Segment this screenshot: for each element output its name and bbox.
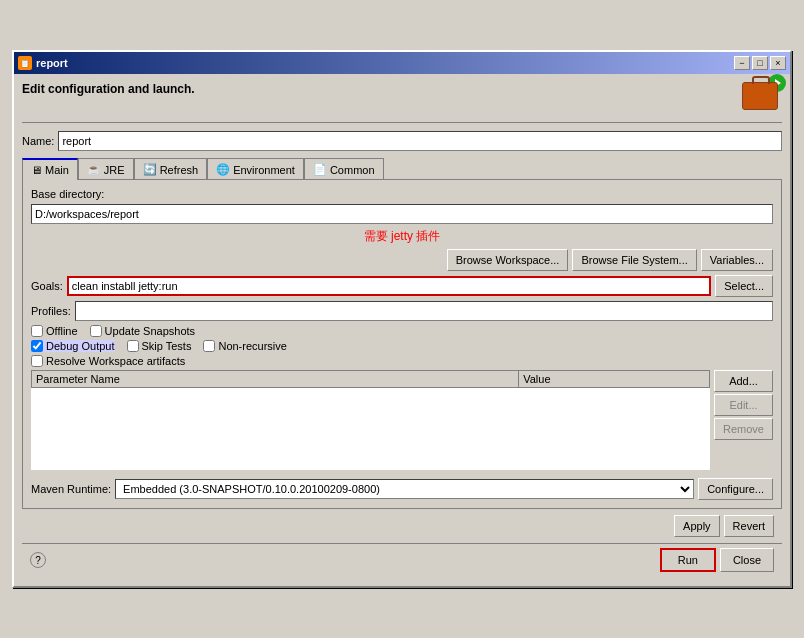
params-table-header-row: Parameter Name Value [32, 371, 710, 388]
bottom-buttons: Apply Revert [22, 509, 782, 543]
tab-refresh[interactable]: 🔄 Refresh [134, 158, 208, 180]
base-directory-row: Base directory: [31, 188, 773, 200]
offline-checkbox[interactable] [31, 325, 43, 337]
maximize-button[interactable]: □ [752, 56, 768, 70]
jre-tab-icon: ☕ [87, 163, 101, 176]
browse-workspace-button[interactable]: Browse Workspace... [447, 249, 569, 271]
run-buttons-row: ? Run Close [22, 543, 782, 578]
goals-label: Goals: [31, 280, 63, 292]
title-bar: 📋 report − □ × [14, 52, 790, 74]
minimize-button[interactable]: − [734, 56, 750, 70]
variables-button[interactable]: Variables... [701, 249, 773, 271]
param-name-column-header: Parameter Name [32, 371, 519, 388]
maven-runtime-label: Maven Runtime: [31, 483, 111, 495]
params-table-body [32, 388, 710, 470]
remove-button[interactable]: Remove [714, 418, 773, 440]
configure-button[interactable]: Configure... [698, 478, 773, 500]
help-icon[interactable]: ? [30, 552, 46, 568]
non-recursive-checkbox-item: Non-recursive [203, 340, 286, 352]
refresh-tab-label: Refresh [160, 164, 199, 176]
briefcase-icon [742, 82, 778, 110]
apply-button[interactable]: Apply [674, 515, 720, 537]
params-table-head: Parameter Name Value [32, 371, 710, 388]
environment-tab-icon: 🌐 [216, 163, 230, 176]
debug-output-label: Debug Output [46, 340, 115, 352]
debug-output-checkbox-item: Debug Output [31, 340, 115, 352]
header-icon-area [742, 82, 782, 118]
main-tab-label: Main [45, 164, 69, 176]
close-button[interactable]: × [770, 56, 786, 70]
hint-text: 需要 jetty 插件 [31, 228, 773, 245]
window-icon: 📋 [18, 56, 32, 70]
profiles-input[interactable] [75, 301, 773, 321]
dialog-header-text: Edit configuration and launch. [22, 82, 195, 96]
dialog-header: Edit configuration and launch. [22, 82, 782, 123]
offline-checkbox-item: Offline [31, 325, 78, 337]
tab-environment[interactable]: 🌐 Environment [207, 158, 304, 180]
table-buttons: Add... Edit... Remove [714, 370, 773, 474]
base-directory-label: Base directory: [31, 188, 104, 200]
checkbox-row-2: Debug Output Skip Tests Non-recursive [31, 340, 773, 352]
window-body: Edit configuration and launch. Name: 🖥 M… [14, 74, 790, 586]
main-window: 📋 report − □ × Edit configuration and la… [12, 50, 792, 588]
tab-main[interactable]: 🖥 Main [22, 158, 78, 180]
skip-tests-checkbox-item: Skip Tests [127, 340, 192, 352]
common-tab-icon: 📄 [313, 163, 327, 176]
environment-tab-label: Environment [233, 164, 295, 176]
debug-output-checkbox[interactable] [31, 340, 43, 352]
non-recursive-checkbox[interactable] [203, 340, 215, 352]
run-button[interactable]: Run [660, 548, 716, 572]
update-snapshots-label: Update Snapshots [105, 325, 196, 337]
skip-tests-label: Skip Tests [142, 340, 192, 352]
common-tab-label: Common [330, 164, 375, 176]
window-title: report [36, 57, 68, 69]
revert-button[interactable]: Revert [724, 515, 774, 537]
maven-runtime-select[interactable]: Embedded (3.0-SNAPSHOT/0.10.0.20100209-0… [115, 479, 694, 499]
checkbox-row-1: Offline Update Snapshots [31, 325, 773, 337]
browse-buttons: Browse Workspace... Browse File System..… [31, 249, 773, 271]
profiles-row: Profiles: [31, 301, 773, 321]
resolve-workspace-checkbox[interactable] [31, 355, 43, 367]
params-section: Parameter Name Value Add... Edit... Remo… [31, 370, 773, 474]
offline-label: Offline [46, 325, 78, 337]
goals-input[interactable] [67, 276, 711, 296]
resolve-workspace-label: Resolve Workspace artifacts [46, 355, 185, 367]
tabs-bar: 🖥 Main ☕ JRE 🔄 Refresh 🌐 Environment 📄 C… [22, 157, 782, 179]
non-recursive-label: Non-recursive [218, 340, 286, 352]
checkbox-row-3: Resolve Workspace artifacts [31, 355, 773, 367]
run-close-group: Run Close [660, 548, 774, 572]
title-bar-left: 📋 report [18, 56, 68, 70]
select-button[interactable]: Select... [715, 275, 773, 297]
refresh-tab-icon: 🔄 [143, 163, 157, 176]
params-table: Parameter Name Value [31, 370, 710, 470]
params-table-wrapper: Parameter Name Value [31, 370, 710, 474]
tab-common[interactable]: 📄 Common [304, 158, 384, 180]
title-buttons: − □ × [734, 56, 786, 70]
param-value-column-header: Value [519, 371, 710, 388]
skip-tests-checkbox[interactable] [127, 340, 139, 352]
name-row: Name: [22, 131, 782, 151]
edit-button[interactable]: Edit... [714, 394, 773, 416]
update-snapshots-checkbox-item: Update Snapshots [90, 325, 196, 337]
tab-jre[interactable]: ☕ JRE [78, 158, 134, 180]
main-tab-icon: 🖥 [31, 164, 42, 176]
browse-file-system-button[interactable]: Browse File System... [572, 249, 696, 271]
update-snapshots-checkbox[interactable] [90, 325, 102, 337]
profiles-label: Profiles: [31, 305, 71, 317]
base-directory-input-row [31, 204, 773, 224]
resolve-workspace-checkbox-item: Resolve Workspace artifacts [31, 355, 185, 367]
tab-content: Base directory: 需要 jetty 插件 Browse Works… [22, 179, 782, 509]
jre-tab-label: JRE [104, 164, 125, 176]
maven-runtime-row: Maven Runtime: Embedded (3.0-SNAPSHOT/0.… [31, 478, 773, 500]
name-label: Name: [22, 135, 54, 147]
goals-row: Goals: Select... [31, 275, 773, 297]
name-input[interactable] [58, 131, 782, 151]
add-button[interactable]: Add... [714, 370, 773, 392]
base-directory-input[interactable] [31, 204, 773, 224]
close-dialog-button[interactable]: Close [720, 548, 774, 572]
